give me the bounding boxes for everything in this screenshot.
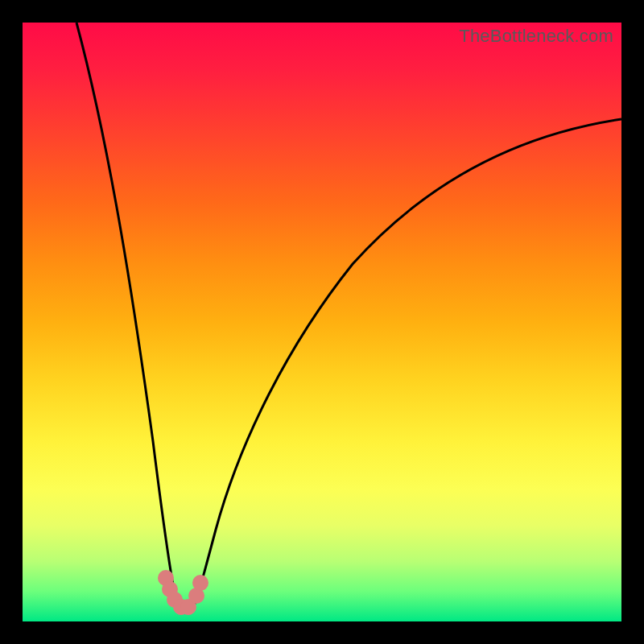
marker-group <box>158 570 208 615</box>
chart-frame: TheBottleneck.com <box>0 0 644 644</box>
plot-area: TheBottleneck.com <box>23 23 621 621</box>
marker-dot <box>192 575 208 591</box>
bottleneck-curve-right <box>192 119 621 611</box>
curve-layer <box>23 23 621 621</box>
bottleneck-curve-left <box>76 23 184 611</box>
